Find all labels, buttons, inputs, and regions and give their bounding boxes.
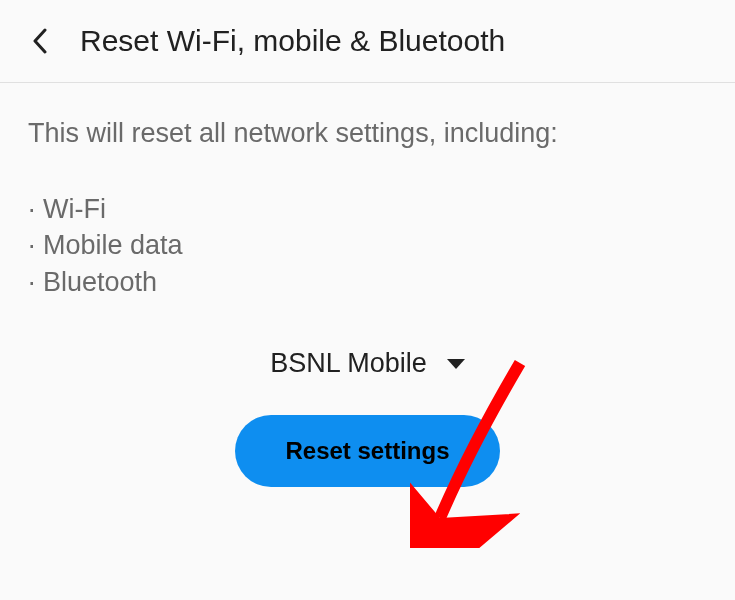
bullet-list: · Wi-Fi · Mobile data · Bluetooth [28, 191, 707, 300]
button-row: Reset settings [28, 415, 707, 487]
content-area: This will reset all network settings, in… [0, 83, 735, 519]
dropdown-selected-label: BSNL Mobile [270, 348, 427, 379]
chevron-down-icon [447, 359, 465, 369]
page-title: Reset Wi-Fi, mobile & Bluetooth [80, 24, 505, 58]
reset-settings-button[interactable]: Reset settings [235, 415, 499, 487]
description-text: This will reset all network settings, in… [28, 115, 707, 153]
header: Reset Wi-Fi, mobile & Bluetooth [0, 0, 735, 83]
carrier-dropdown[interactable]: BSNL Mobile [28, 348, 707, 379]
list-item: · Bluetooth [28, 264, 707, 300]
list-item: · Mobile data [28, 227, 707, 263]
list-item: · Wi-Fi [28, 191, 707, 227]
back-icon[interactable] [28, 29, 52, 53]
